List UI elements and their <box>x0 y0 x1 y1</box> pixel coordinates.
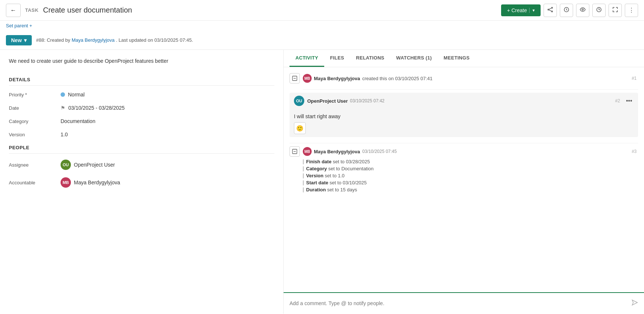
status-button[interactable]: New ▾ <box>6 35 32 45</box>
meta-info: #88: Created by Maya Berdygylyjova . Las… <box>36 37 193 43</box>
create-caret-icon: ▾ <box>529 8 535 13</box>
activity-entry-3: MB Maya Berdygylyjova 03/10/2025 07:45 #… <box>290 146 638 192</box>
priority-value: Normal <box>61 92 85 98</box>
task-description: We need to create user guide to describe… <box>9 57 274 65</box>
comment-text-2: I will start right away <box>294 113 634 119</box>
activity-avatar-3: MB <box>303 147 312 156</box>
svg-point-0 <box>552 7 553 8</box>
right-panel: ACTIVITY FILES RELATIONS WATCHERS (1) ME… <box>284 50 644 314</box>
activity-header-3: MB Maya Berdygylyjova 03/10/2025 07:45 #… <box>290 146 638 157</box>
clock-button[interactable] <box>592 4 606 17</box>
assignee-avatar: OU <box>61 160 71 170</box>
activity-header-1: MB Maya Berdygylyjova created this on 03… <box>290 73 638 83</box>
priority-text: Normal <box>68 92 85 98</box>
change-item-duration: Duration set to 15 days <box>303 187 638 192</box>
version-text: 1.0 <box>61 132 68 137</box>
watch-icon <box>580 7 586 14</box>
activity-feed: MB Maya Berdygylyjova created this on 03… <box>284 67 644 292</box>
assignee-label: Assignee <box>9 162 61 168</box>
version-value: 1.0 <box>61 132 68 137</box>
change-item-category: Category set to Documentation <box>303 166 638 171</box>
comment-input[interactable] <box>290 297 628 309</box>
comment-input-area <box>284 292 644 314</box>
change-item-finish-date: Finish date set to 03/28/2025 <box>303 159 638 164</box>
clock-icon <box>596 7 602 14</box>
details-section-title: DETAILS <box>9 77 274 86</box>
svg-point-6 <box>582 9 583 10</box>
separator-1 <box>303 89 638 90</box>
category-value: Documentation <box>61 118 95 124</box>
tabs-bar: ACTIVITY FILES RELATIONS WATCHERS (1) ME… <box>284 50 644 67</box>
activity-time-2: 03/10/2025 07:42 <box>350 98 384 103</box>
category-text: Documentation <box>61 118 95 124</box>
activity-meta-1: MB Maya Berdygylyjova created this on 03… <box>303 74 629 83</box>
more-options-2[interactable]: ••• <box>624 98 634 104</box>
tab-watchers[interactable]: WATCHERS (1) <box>390 50 438 67</box>
set-parent-link[interactable]: Set parent + <box>0 21 644 31</box>
changes-list-3: Finish date set to 03/28/2025 Category s… <box>303 159 638 192</box>
more-options-button[interactable]: ⋮ <box>625 4 638 17</box>
activity-time-3: 03/10/2025 07:45 <box>362 149 397 154</box>
activity-avatar-1: MB <box>303 74 312 83</box>
history-icon <box>564 7 569 14</box>
svg-line-4 <box>549 10 551 11</box>
change-item-start-date: Start date set to 03/10/2025 <box>303 180 638 185</box>
comment-input-row <box>290 297 638 309</box>
tab-meetings[interactable]: MEETINGS <box>438 50 475 67</box>
expand-button[interactable] <box>609 4 622 17</box>
activity-meta-3: MB Maya Berdygylyjova 03/10/2025 07:45 <box>303 147 629 156</box>
send-comment-button[interactable] <box>631 299 638 308</box>
assignee-name: OpenProject User <box>74 162 115 168</box>
activity-num-1: #1 <box>632 76 638 81</box>
accountable-row: Accountable MB Maya Berdygylyjova <box>9 177 274 188</box>
svg-point-1 <box>548 9 549 10</box>
top-bar-left: ← TASK Create user documentation <box>6 4 132 17</box>
activity-num-3: #3 <box>632 149 638 154</box>
people-section-title: PEOPLE <box>9 145 274 154</box>
assignee-row: Assignee OU OpenProject User <box>9 160 274 170</box>
date-icon: ⚑ <box>61 105 65 111</box>
task-title: Create user documentation <box>43 6 132 14</box>
accountable-label: Accountable <box>9 180 61 185</box>
share-button[interactable] <box>544 4 557 17</box>
activity-num-2: #2 <box>615 98 621 103</box>
emoji-button-2[interactable]: 🙂 <box>294 122 306 134</box>
status-label: New <box>11 37 22 43</box>
main-layout: We need to create user guide to describe… <box>0 50 644 314</box>
tab-relations[interactable]: RELATIONS <box>350 50 390 67</box>
activity-action-1: created this on 03/10/2025 07:41 <box>362 76 432 81</box>
priority-dot-icon <box>61 92 65 97</box>
tab-activity[interactable]: ACTIVITY <box>290 50 324 67</box>
category-row: Category Documentation <box>9 118 274 124</box>
priority-label: Priority * <box>9 92 61 98</box>
emoji-icon: 🙂 <box>296 125 304 132</box>
back-button[interactable]: ← <box>6 4 21 17</box>
change-item-version: Version set to 1.0 <box>303 173 638 178</box>
accountable-value: MB Maya Berdygylyjova <box>61 177 120 188</box>
activity-system-icon-3 <box>290 146 300 157</box>
task-type-label: TASK <box>25 7 38 13</box>
left-panel: We need to create user guide to describe… <box>0 50 284 314</box>
back-icon: ← <box>10 7 16 14</box>
activity-user-2: OpenProject User <box>307 98 348 104</box>
activity-header-2: OU OpenProject User 03/10/2025 07:42 #2 … <box>290 93 638 109</box>
tab-files[interactable]: FILES <box>324 50 350 67</box>
expand-icon <box>612 7 618 14</box>
activity-system-icon-1 <box>290 73 300 83</box>
watch-button[interactable] <box>576 4 589 17</box>
create-button[interactable]: + Create ▾ <box>501 4 541 16</box>
history-button[interactable] <box>560 4 573 17</box>
meta-row: New ▾ #88: Created by Maya Berdygylyjova… <box>0 31 644 50</box>
version-row: Version 1.0 <box>9 132 274 137</box>
date-value: ⚑ 03/10/2025 - 03/28/2025 <box>61 105 125 111</box>
create-button-label: + Create <box>507 7 527 13</box>
activity-entry-2: OU OpenProject User 03/10/2025 07:42 #2 … <box>290 93 638 137</box>
accountable-avatar: MB <box>61 177 71 188</box>
activity-user-3: Maya Berdygylyjova <box>314 149 360 154</box>
top-bar: ← TASK Create user documentation + Creat… <box>0 0 644 21</box>
priority-row: Priority * Normal <box>9 92 274 98</box>
activity-avatar-2: OU <box>294 96 304 106</box>
version-label: Version <box>9 132 61 137</box>
share-icon <box>547 7 553 14</box>
creator-link[interactable]: Maya Berdygylyjova <box>72 37 114 43</box>
